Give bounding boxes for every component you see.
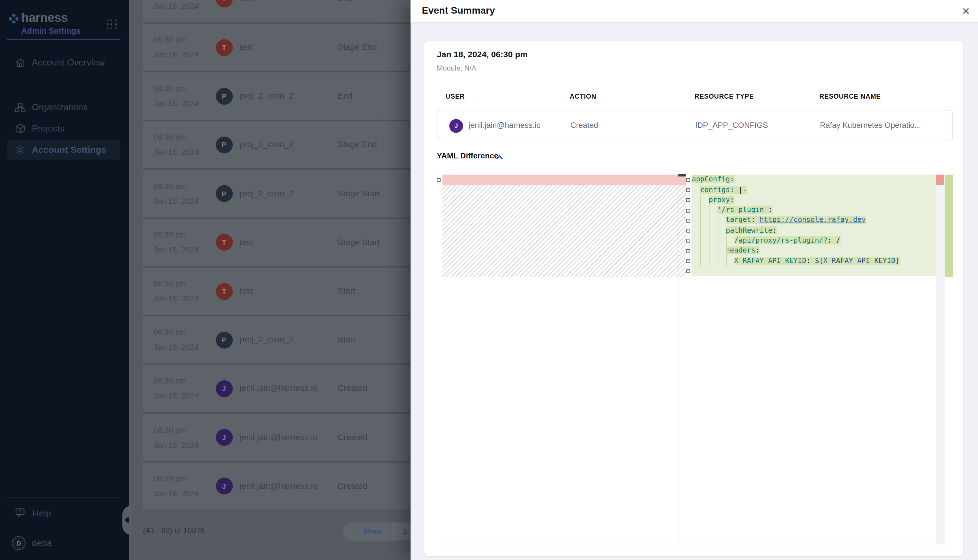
row-action: Created [338, 432, 368, 442]
row-date: Jan 18, 2024 [154, 245, 199, 254]
diff-line-marker [686, 219, 690, 222]
app-switcher-grid-icon[interactable] [107, 19, 117, 29]
record-resource-type: IDP_APP_CONFIGS [695, 121, 768, 130]
sidebar-item-label: Projects [32, 123, 64, 133]
collapse-left-icon [124, 517, 129, 524]
row-time: 06:30 pm [154, 182, 186, 191]
drawer-title: Event Summary [422, 5, 495, 17]
row-time: 06:30 pm [154, 133, 186, 142]
row-date: Jan 18, 2024 [154, 343, 199, 352]
diff-line-marker [686, 270, 690, 273]
row-name: test [240, 286, 253, 296]
diff-filler-hatch [442, 185, 686, 277]
diff-line-marker [686, 208, 690, 212]
code-line: X-RAFAY-API-KEYID: ${X-RAFAY-API-KEYID} [691, 256, 936, 266]
row-time: 06:30 pm [154, 328, 186, 337]
row-name: proj_2_cron_2 [240, 189, 294, 198]
event-module: Module: N/A [437, 64, 476, 72]
code-link[interactable]: https://console.rafay.dev [760, 216, 866, 224]
row-name: jenil.jain@harness.io [240, 384, 318, 393]
code-line: appConfig: [691, 175, 936, 185]
row-avatar: P [216, 332, 232, 348]
sidebar-item-account-settings[interactable]: Account Settings [7, 140, 120, 160]
code-line: target: https://console.rafay.dev [691, 215, 936, 226]
row-action: Stage End [338, 140, 377, 149]
page: harness Admin Settings Account OverviewO… [0, 0, 978, 560]
close-icon[interactable]: ✕ [961, 4, 971, 18]
row-time: 06:30 pm [154, 231, 186, 240]
diff-removed-line [442, 175, 686, 185]
help-label: Help [32, 508, 51, 518]
help-chat-icon: ? [15, 508, 27, 519]
column-header: RESOURCE TYPE [695, 92, 754, 100]
diff-line-marker [686, 178, 690, 182]
sidebar-item-account-overview[interactable]: Account Overview [7, 53, 120, 71]
diff-line-marker [686, 239, 690, 243]
code-line: proxy: [691, 195, 936, 205]
sidebar-item-projects[interactable]: Projects [7, 120, 120, 137]
code-line: configs: |- [691, 185, 936, 195]
user-avatar: D [12, 536, 25, 550]
diff-overview-gutter [936, 175, 945, 544]
row-date: Jan 18, 2024 [154, 392, 199, 400]
diff-line-marker [686, 188, 690, 192]
row-action: Stage Start [338, 189, 380, 198]
indent-guide [726, 236, 727, 267]
sidebar-user[interactable]: D deba [7, 533, 120, 552]
row-avatar: J [216, 478, 232, 495]
overview-added-mark [945, 175, 953, 277]
org-chart-icon [15, 102, 25, 113]
sidebar-divider [7, 39, 120, 40]
row-avatar: J [216, 380, 232, 397]
diff-scrollbar-thumb[interactable] [678, 174, 685, 176]
pagination-controls: ← Prev 1 [343, 523, 418, 541]
sidebar-footer-divider [7, 497, 120, 497]
row-action: Start [338, 286, 355, 296]
sidebar-item-organizations[interactable]: Organizations [7, 98, 120, 116]
chevron-up-icon[interactable] [495, 153, 504, 161]
drawer-header: Event Summary ✕ [411, 0, 978, 23]
svg-text:?: ? [19, 509, 22, 515]
row-name: jenil.jain@harness.io [240, 481, 318, 490]
diff-added-code: appConfig: configs: |- proxy: '/rs-plugi… [691, 175, 936, 277]
row-avatar: T [216, 0, 232, 7]
event-summary-card: Jan 18, 2024, 06:30 pm Module: N/A USERA… [424, 41, 963, 556]
row-avatar: J [216, 429, 232, 446]
row-date: Jan 18, 2024 [154, 294, 199, 303]
sidebar-item-help[interactable]: ? Help [7, 505, 120, 522]
yaml-diff-viewer: appConfig: configs: |- proxy: '/rs-plugi… [437, 175, 953, 544]
row-avatar: P [216, 185, 232, 202]
row-action: Stage Start [338, 237, 380, 247]
column-header: RESOURCE NAME [819, 92, 881, 100]
row-date: Jan 18, 2024 [154, 2, 199, 11]
code-line: headers: [691, 246, 936, 256]
sidebar-item-label: Account Overview [32, 57, 105, 67]
record-user: jenil.jain@harness.io [468, 121, 541, 130]
row-name: proj_2_cron_2 [240, 335, 294, 344]
prev-page-button[interactable]: ← Prev [343, 523, 392, 541]
row-name: proj_2_cron_2 [240, 140, 294, 149]
diff-pane-divider [678, 175, 678, 544]
user-name: deba [32, 538, 52, 548]
diff-line-marker [686, 229, 690, 233]
record-resource-name: Rafay Kubernetes Operatio... [820, 121, 921, 130]
module-subtitle: Admin Settings [21, 26, 81, 35]
column-header: ACTION [570, 92, 597, 100]
row-name: test [240, 0, 253, 3]
row-action: Created [338, 384, 368, 393]
row-date: Jan 18, 2024 [154, 197, 199, 205]
sidebar: harness Admin Settings Account OverviewO… [0, 0, 129, 560]
indent-guide [717, 215, 718, 266]
row-date: Jan 18, 2024 [154, 490, 199, 498]
code-line: /api/proxy/rs-plugin/?: / [691, 236, 936, 246]
harness-logo-icon [7, 12, 20, 25]
prev-arrow-icon: ← [353, 527, 362, 536]
row-time: 06:29 pm [154, 474, 186, 483]
row-name: jenil.jain@harness.io [240, 432, 318, 442]
overview-removed-mark [936, 175, 944, 185]
yaml-difference-label: YAML Difference [437, 152, 498, 160]
code-line [691, 266, 936, 276]
gear-icon [15, 144, 25, 155]
row-action: Created [338, 481, 368, 490]
row-date: Jan 18, 2024 [154, 50, 199, 59]
